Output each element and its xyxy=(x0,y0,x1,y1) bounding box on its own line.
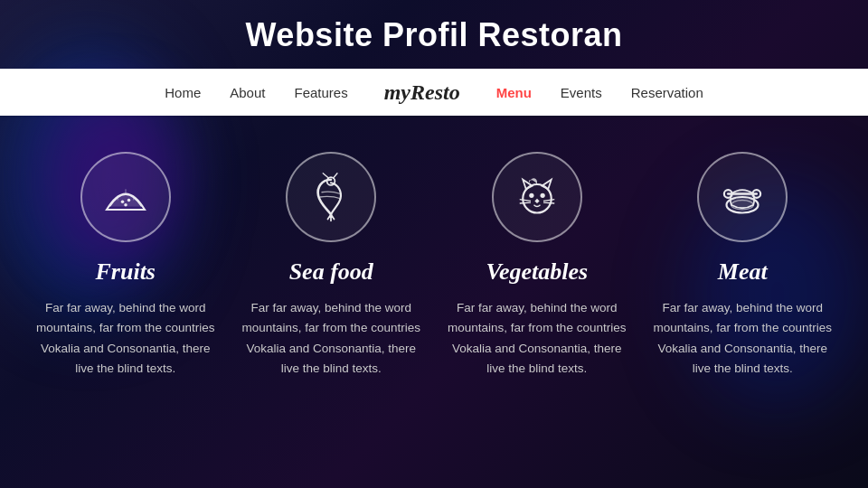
nav-menu[interactable]: Menu xyxy=(496,85,532,100)
svg-line-13 xyxy=(520,200,531,202)
navbar-right: Menu Events Reservation xyxy=(496,85,703,100)
svg-point-1 xyxy=(121,201,125,204)
vegetables-desc: Far far away, behind the word mountains,… xyxy=(442,298,632,379)
page-title: Website Profil Restoran xyxy=(0,16,868,54)
page-title-bar: Website Profil Restoran xyxy=(0,0,868,69)
category-seafood: Sea food Far far away, behind the word m… xyxy=(236,152,426,379)
nav-home[interactable]: Home xyxy=(165,85,201,100)
main-content: Fruits Far far away, behind the word mou… xyxy=(0,116,868,406)
vegetables-icon-circle xyxy=(492,152,582,242)
nav-events[interactable]: Events xyxy=(561,85,602,100)
seafood-desc: Far far away, behind the word mountains,… xyxy=(236,298,426,379)
fruits-icon xyxy=(100,172,151,222)
fruits-title: Fruits xyxy=(96,258,156,286)
meat-icon-circle xyxy=(697,152,788,242)
svg-point-12 xyxy=(540,193,544,198)
nav-about[interactable]: About xyxy=(230,85,265,100)
navbar-left: Home About Features xyxy=(165,85,347,100)
svg-point-2 xyxy=(127,199,131,202)
svg-line-16 xyxy=(543,202,554,203)
nav-features[interactable]: Features xyxy=(294,85,347,100)
vegetables-icon xyxy=(512,172,562,222)
category-fruits: Fruits Far far away, behind the word mou… xyxy=(31,152,221,379)
category-meat: Meat Far far away, behind the word mount… xyxy=(647,152,837,379)
nav-logo-text: myResto xyxy=(384,80,460,104)
seafood-title: Sea food xyxy=(289,258,373,286)
seafood-icon-circle xyxy=(286,152,376,242)
svg-line-8 xyxy=(324,174,329,178)
nav-logo[interactable]: myResto xyxy=(384,80,460,105)
seafood-icon xyxy=(306,172,356,222)
fruits-desc: Far far away, behind the word mountains,… xyxy=(31,298,221,379)
meat-desc: Far far away, behind the word mountains,… xyxy=(647,298,837,379)
vegetables-title: Vegetables xyxy=(486,258,588,286)
svg-line-15 xyxy=(543,200,554,202)
meat-title: Meat xyxy=(718,258,768,286)
svg-point-11 xyxy=(529,193,533,198)
svg-line-14 xyxy=(520,202,531,203)
navbar: Home About Features myResto Menu Events … xyxy=(0,69,868,116)
category-vegetables: Vegetables Far far away, behind the word… xyxy=(442,152,632,379)
nav-reservation[interactable]: Reservation xyxy=(631,85,703,100)
fruits-icon-circle xyxy=(80,152,171,242)
meat-icon xyxy=(717,172,768,222)
svg-point-3 xyxy=(124,203,127,207)
svg-line-9 xyxy=(334,174,337,178)
